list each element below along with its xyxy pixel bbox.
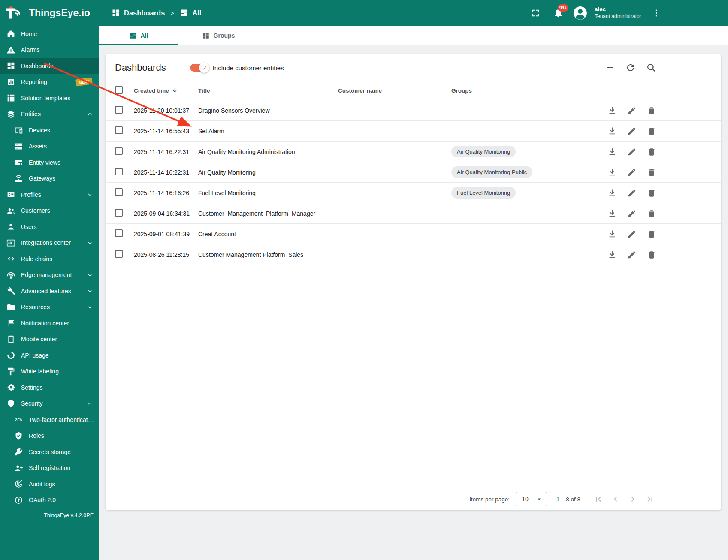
- column-title[interactable]: Title: [198, 87, 338, 94]
- row-checkbox[interactable]: [115, 250, 123, 258]
- first-page-icon: [593, 494, 604, 504]
- delete-button[interactable]: [646, 250, 657, 260]
- edit-button[interactable]: [627, 208, 637, 219]
- row-checkbox[interactable]: [115, 168, 123, 175]
- export-button[interactable]: [607, 126, 617, 136]
- sidebar-item-gateways[interactable]: Gateways: [0, 171, 99, 187]
- sidebar-item-settings[interactable]: Settings: [0, 379, 99, 396]
- sidebar-item-customers[interactable]: Customers: [0, 203, 99, 219]
- sidebar-item-users[interactable]: Users: [0, 219, 99, 235]
- table-row[interactable]: 2025-08-26 11:28:15Customer Management P…: [106, 244, 721, 265]
- delete-button[interactable]: [646, 105, 657, 116]
- sidebar-item-audit-logs[interactable]: Audit logs: [0, 476, 99, 492]
- sidebar-item-notification-center[interactable]: Notification center: [0, 315, 99, 331]
- delete-button[interactable]: [646, 167, 657, 178]
- notifications-button[interactable]: 99+: [550, 4, 567, 21]
- sidebar-item-resources[interactable]: Resources: [0, 299, 99, 316]
- breadcrumb-all[interactable]: All: [180, 9, 201, 17]
- sidebar-item-security[interactable]: Security: [0, 396, 99, 412]
- header-menu-button[interactable]: [647, 4, 665, 21]
- export-button[interactable]: [607, 147, 617, 157]
- edit-button[interactable]: [627, 126, 637, 136]
- export-button[interactable]: [607, 167, 617, 178]
- table-row[interactable]: 2025-09-04 16:34:31Customer_Management_P…: [106, 203, 721, 224]
- table-row[interactable]: 2025-11-14 16:55:43Set Alarm: [106, 121, 721, 142]
- row-checkbox[interactable]: [115, 126, 123, 134]
- items-per-page-select[interactable]: 10: [516, 492, 547, 506]
- export-button[interactable]: [607, 105, 617, 116]
- last-page-button[interactable]: [641, 491, 659, 508]
- sidebar-item-home[interactable]: Home: [0, 26, 99, 42]
- sidebar-item-solution-templates[interactable]: Solution templates: [0, 90, 99, 106]
- edit-button[interactable]: [627, 250, 637, 260]
- edit-button[interactable]: [627, 229, 637, 239]
- sidebar-item-roles[interactable]: Roles: [0, 428, 99, 444]
- sidebar-item-edge-management[interactable]: Edge management: [0, 267, 99, 283]
- sidebar-item-secrets-storage[interactable]: Secrets storage: [0, 444, 99, 460]
- refresh-button[interactable]: [625, 62, 636, 73]
- delete-button[interactable]: [646, 147, 657, 157]
- sidebar-item-self-registration[interactable]: Self registration: [0, 460, 99, 476]
- sidebar-item-advanced-features[interactable]: Advanced features: [0, 283, 99, 299]
- delete-button[interactable]: [646, 229, 657, 239]
- export-button[interactable]: [607, 229, 617, 239]
- breadcrumb-dashboards[interactable]: Dashboards: [112, 9, 165, 17]
- row-checkbox[interactable]: [115, 147, 123, 155]
- groups-cell: Air Quality Monitoring: [451, 146, 598, 157]
- sidebar-item-reporting[interactable]: ReportingNEW: [0, 74, 99, 90]
- sidebar-item-dashboards[interactable]: Dashboards: [0, 58, 99, 74]
- export-button[interactable]: [607, 188, 617, 198]
- dashboard-title-cell: Customer_Management_Platform_Manager: [198, 210, 338, 217]
- table-row[interactable]: 2025-09-01 08:41:39Creat Account: [106, 224, 721, 244]
- table-row[interactable]: 2025-11-14 16:16:26Fuel Level Monitoring…: [106, 183, 721, 203]
- avatar[interactable]: [572, 5, 588, 21]
- edit-button[interactable]: [627, 188, 637, 198]
- export-button[interactable]: [607, 250, 617, 260]
- sidebar-item-entity-views[interactable]: Entity views: [0, 154, 99, 171]
- dashboards-icon: [129, 32, 137, 39]
- export-button[interactable]: [607, 208, 617, 219]
- sidebar-item-oauth-2-0[interactable]: OAuth 2.0: [0, 492, 99, 509]
- tab-groups[interactable]: Groups: [178, 26, 258, 45]
- sidebar-item-label: Roles: [29, 432, 44, 439]
- sidebar-item-profiles[interactable]: Profiles: [0, 187, 99, 203]
- sidebar-item-api-usage[interactable]: API usage: [0, 347, 99, 364]
- include-customer-entities-toggle[interactable]: Include customer entities: [190, 64, 284, 72]
- table-row[interactable]: 2025-11-20 10:01:37Dragino Sensors Overv…: [106, 100, 721, 121]
- sidebar-item-entities[interactable]: Entities: [0, 106, 99, 123]
- sidebar-item-alarms[interactable]: Alarms: [0, 42, 99, 58]
- add-dashboard-button[interactable]: [604, 62, 616, 73]
- sidebar-item-devices[interactable]: Devices: [0, 122, 99, 138]
- delete-button[interactable]: [646, 188, 657, 198]
- tab-all[interactable]: All: [99, 26, 178, 45]
- row-checkbox[interactable]: [115, 229, 123, 237]
- select-all-checkbox[interactable]: [115, 86, 123, 94]
- table-row[interactable]: 2025-11-14 16:22:31Air Quality Monitorin…: [106, 162, 721, 183]
- fullscreen-button[interactable]: [527, 4, 544, 21]
- table-row[interactable]: 2025-11-14 16:22:31Air Quality Monitorin…: [106, 142, 721, 162]
- search-button[interactable]: [646, 62, 657, 73]
- delete-button[interactable]: [646, 208, 657, 219]
- sidebar-item-rule-chains[interactable]: Rule chains: [0, 251, 99, 267]
- edit-button[interactable]: [627, 167, 637, 178]
- edit-button[interactable]: [627, 105, 637, 116]
- row-checkbox[interactable]: [115, 106, 123, 114]
- column-customer-name[interactable]: Customer name: [338, 87, 451, 94]
- sidebar-item-mobile-center[interactable]: Mobile center: [0, 331, 99, 348]
- previous-page-button[interactable]: [607, 491, 624, 508]
- column-created-time[interactable]: Created time: [134, 87, 198, 94]
- sidebar-item-integrations-center[interactable]: Integrations center: [0, 235, 99, 251]
- sidebar-item-white-labeling[interactable]: White labeling: [0, 364, 99, 380]
- logo-area[interactable]: ThingsEye.io: [0, 5, 99, 21]
- column-groups[interactable]: Groups: [451, 87, 598, 94]
- edit-button[interactable]: [627, 147, 637, 157]
- security-icon: [6, 399, 15, 408]
- sidebar-item-two-factor-authenticati[interactable]: 2FATwo-factor authenticati…: [0, 412, 99, 428]
- sidebar-item-assets[interactable]: Assets: [0, 138, 99, 155]
- row-checkbox[interactable]: [115, 188, 123, 196]
- first-page-button[interactable]: [590, 491, 607, 508]
- user-info[interactable]: alec Tenant administrator: [595, 6, 642, 20]
- delete-button[interactable]: [646, 126, 657, 136]
- next-page-button[interactable]: [624, 491, 641, 508]
- row-checkbox[interactable]: [115, 209, 123, 217]
